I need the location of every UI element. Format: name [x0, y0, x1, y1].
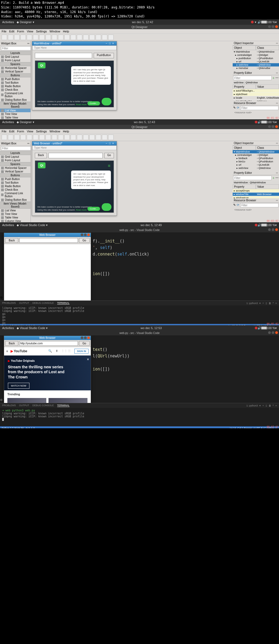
- tab-terminal[interactable]: TERMINAL: [57, 404, 70, 407]
- obj-name[interactable]: ▾ MainWindow: [233, 150, 256, 153]
- br-min-icon[interactable]: [81, 233, 83, 236]
- menu-placeholder[interactable]: Type Here: [32, 145, 117, 150]
- reload-icon[interactable]: ⟳: [237, 106, 239, 110]
- menu-form[interactable]: Form: [17, 30, 24, 33]
- widget-item[interactable]: Vertical Spacer: [0, 70, 31, 73]
- close-panel-icon[interactable]: ×: [275, 404, 277, 407]
- form-close-icon[interactable]: ×: [112, 142, 115, 145]
- obj-name[interactable]: ▸ centralwidget: [233, 153, 256, 157]
- obj-name[interactable]: ▸ btnBack: [233, 157, 256, 160]
- go-button[interactable]: Go: [79, 238, 90, 243]
- chat-bubble-icon[interactable]: [102, 98, 111, 105]
- reload-icon[interactable]: ⟳: [237, 203, 239, 207]
- col-val[interactable]: Value: [256, 184, 279, 189]
- activities[interactable]: Activities: [2, 120, 14, 124]
- prop-filter[interactable]: [233, 76, 272, 80]
- add-icon[interactable]: +: [272, 76, 275, 80]
- close-panel-icon[interactable]: ×: [275, 302, 277, 305]
- widget-item[interactable]: Grid Layout: [0, 55, 31, 59]
- max-icon[interactable]: [272, 125, 274, 128]
- menu-icon[interactable]: ⋮: [68, 349, 72, 353]
- widget-category[interactable]: Spacers: [0, 162, 31, 166]
- toolbar-button[interactable]: [46, 35, 51, 40]
- dock-icon[interactable]: ▫▫: [276, 102, 278, 105]
- widget-category[interactable]: Buttons: [0, 73, 31, 77]
- form-min-icon[interactable]: −: [106, 42, 108, 45]
- readmore-link[interactable]: Read more: [76, 103, 87, 106]
- widget-item[interactable]: Dialog Button Box: [0, 98, 31, 102]
- webview-widget[interactable]: Qt Hi! I can help you get the right Qt d…: [35, 60, 114, 107]
- obj-name[interactable]: ▸ centralwidget: [233, 53, 256, 57]
- menu-edit[interactable]: Edit: [9, 130, 14, 133]
- menu-window[interactable]: Window: [50, 130, 60, 133]
- chevron-down-icon[interactable]: ▾: [259, 404, 261, 407]
- menu-window[interactable]: Window: [50, 30, 60, 33]
- push-button[interactable]: PushButton: [94, 53, 114, 58]
- prop-value[interactable]: Web Browser: [256, 193, 279, 196]
- video-thumbnail[interactable]: [7, 398, 46, 403]
- toolbar-button[interactable]: [14, 35, 20, 40]
- menu-edit[interactable]: Edit: [9, 30, 14, 33]
- hamburger-icon[interactable]: ≡: [6, 350, 8, 353]
- search-icon[interactable]: 🔍: [48, 349, 52, 353]
- promo-close-icon[interactable]: ×: [87, 357, 89, 362]
- browser-viewport[interactable]: ≡ YouTube 🔍 ⬆ ⋮⋮⋮ ⋮ SIGN IN YouTube Orig…: [4, 347, 91, 403]
- readmore-link[interactable]: Read more: [76, 209, 87, 211]
- widget-item[interactable]: Horizontal Spacer: [0, 166, 31, 170]
- menu-file[interactable]: File: [2, 130, 7, 133]
- widget-category[interactable]: Item Views (Model-Based): [0, 202, 31, 209]
- app-indicator[interactable]: ◆ Designer ▾: [17, 20, 34, 24]
- tab-output[interactable]: OUTPUT: [19, 404, 29, 407]
- webview-widget[interactable]: Qt ≡ Hi! I can help you get the right Qt…: [35, 160, 114, 213]
- prop-filter[interactable]: [233, 176, 272, 180]
- youtube-logo[interactable]: YouTube: [11, 349, 27, 353]
- more-icon[interactable]: —: [275, 76, 278, 80]
- chevron-down-icon[interactable]: ▾: [259, 302, 261, 305]
- app-indicator[interactable]: ◆ Visual Studio Code ▾: [17, 326, 48, 330]
- trash-icon[interactable]: 🗑: [269, 404, 271, 407]
- col-class[interactable]: Class: [256, 45, 279, 50]
- widget-item[interactable]: Form Layout: [0, 59, 31, 62]
- toolbar-button[interactable]: [96, 135, 101, 140]
- toolbar-button[interactable]: [2, 135, 7, 140]
- toolbar-button[interactable]: [77, 35, 82, 40]
- toolbar-button[interactable]: [8, 135, 13, 140]
- widget-item[interactable]: Tree View: [0, 212, 31, 216]
- widget-category[interactable]: Spacers: [0, 62, 31, 66]
- plus-icon[interactable]: +: [262, 404, 264, 407]
- br-min-icon[interactable]: [81, 336, 83, 339]
- prop-name[interactable]: ▸ windowTitle: [233, 193, 256, 196]
- toolbar-button[interactable]: [71, 135, 76, 140]
- min-icon[interactable]: [268, 25, 271, 28]
- obj-name[interactable]: ▸ menubar: [233, 66, 256, 70]
- toolbar-button[interactable]: [89, 135, 95, 140]
- power-icon[interactable]: ▾: [275, 20, 277, 24]
- term-select[interactable]: 1: python3: [246, 302, 258, 305]
- form-close-icon[interactable]: ×: [112, 42, 115, 45]
- min-icon[interactable]: [268, 228, 271, 231]
- back-button[interactable]: Back: [5, 238, 18, 243]
- close-icon[interactable]: [275, 228, 278, 231]
- widget-item[interactable]: List View: [0, 109, 31, 112]
- prop-value[interactable]: [256, 89, 279, 93]
- close-icon[interactable]: [275, 331, 278, 334]
- col-val[interactable]: Value: [256, 84, 279, 89]
- toolbar-button[interactable]: [20, 135, 26, 140]
- hamburger-icon[interactable]: ≡: [108, 163, 110, 168]
- dock-icon[interactable]: ▫▫: [276, 142, 278, 145]
- br-max-icon[interactable]: [84, 233, 87, 236]
- toolbar-button[interactable]: [64, 35, 70, 40]
- widget-item[interactable]: Form Layout: [0, 159, 31, 162]
- prop-name[interactable]: ▸ styleSheet: [233, 93, 256, 96]
- menu-view[interactable]: View: [27, 30, 33, 33]
- menu-form[interactable]: Form: [17, 130, 24, 133]
- toolbar-button[interactable]: [102, 35, 107, 40]
- widget-item[interactable]: Push Button: [0, 177, 31, 181]
- max-icon[interactable]: [272, 228, 274, 231]
- br-max-icon[interactable]: [84, 336, 87, 339]
- menu-help[interactable]: Help: [63, 130, 69, 133]
- activities[interactable]: Activities: [2, 223, 14, 227]
- br-close-icon[interactable]: [87, 336, 90, 339]
- widget-category[interactable]: Layouts: [0, 51, 31, 55]
- toolbar-button[interactable]: [102, 135, 107, 140]
